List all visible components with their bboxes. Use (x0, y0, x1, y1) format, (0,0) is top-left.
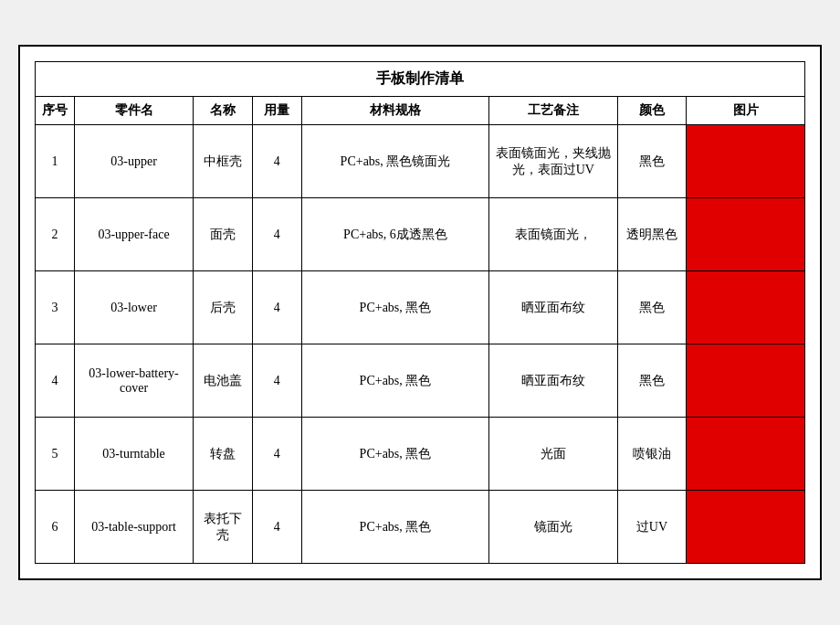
cell-name: 转盘 (193, 418, 252, 491)
cell-part: 03-turntable (75, 418, 194, 491)
header-color: 颜色 (617, 97, 687, 125)
cell-color: 黑色 (617, 344, 687, 418)
cell-image (687, 344, 805, 418)
cell-spec: PC+abs, 黑色 (301, 344, 488, 418)
header-seq: 序号 (36, 97, 75, 125)
cell-part: 03-lower-battery-cover (75, 344, 194, 418)
cell-qty: 4 (252, 418, 301, 491)
cell-part: 03-lower (75, 271, 194, 344)
cell-color: 透明黑色 (617, 198, 687, 271)
cell-process: 晒亚面布纹 (489, 344, 618, 418)
cell-color: 过UV (617, 491, 687, 564)
table-row: 403-lower-battery-cover电池盖4PC+abs, 黑色晒亚面… (36, 344, 805, 418)
cell-name: 面壳 (193, 198, 252, 271)
header-part: 零件名 (75, 97, 194, 125)
table-title: 手板制作清单 (36, 62, 805, 97)
cell-process: 镜面光 (489, 491, 618, 564)
cell-name: 后壳 (193, 271, 252, 344)
cell-color: 喷银油 (617, 418, 687, 491)
cell-qty: 4 (252, 198, 301, 271)
cell-color: 黑色 (617, 271, 687, 344)
cell-spec: PC+abs, 黑色镜面光 (301, 125, 488, 198)
cell-image (687, 125, 805, 198)
header-qty: 用量 (252, 97, 301, 125)
header-image: 图片 (687, 97, 805, 125)
table-row: 203-upper-face面壳4PC+abs, 6成透黑色表面镜面光，透明黑色 (36, 198, 805, 271)
table-body: 103-upper中框壳4PC+abs, 黑色镜面光表面镜面光，夹线抛光，表面过… (36, 125, 805, 564)
cell-process: 表面镜面光， (489, 198, 618, 271)
cell-spec: PC+abs, 黑色 (301, 491, 488, 564)
cell-qty: 4 (252, 125, 301, 198)
cell-name: 电池盖 (193, 344, 252, 418)
cell-image (687, 491, 805, 564)
page-container: 手板制作清单 序号 零件名 名称 用量 材料规格 工艺备注 颜色 图片 103-… (18, 45, 822, 580)
cell-name: 表托下壳 (193, 491, 252, 564)
header-spec: 材料规格 (301, 97, 488, 125)
header-name: 名称 (193, 97, 252, 125)
main-table: 手板制作清单 序号 零件名 名称 用量 材料规格 工艺备注 颜色 图片 103-… (35, 61, 805, 564)
cell-qty: 4 (252, 344, 301, 418)
table-row: 503-turntable转盘4PC+abs, 黑色光面喷银油 (36, 418, 805, 491)
cell-seq: 5 (36, 418, 75, 491)
cell-color: 黑色 (617, 125, 687, 198)
cell-process: 晒亚面布纹 (489, 271, 618, 344)
cell-image (687, 198, 805, 271)
cell-qty: 4 (252, 491, 301, 564)
cell-part: 03-upper-face (75, 198, 194, 271)
header-process: 工艺备注 (489, 97, 618, 125)
cell-image (687, 271, 805, 344)
cell-part: 03-upper (75, 125, 194, 198)
cell-seq: 3 (36, 271, 75, 344)
cell-qty: 4 (252, 271, 301, 344)
cell-process: 表面镜面光，夹线抛光，表面过UV (489, 125, 618, 198)
cell-process: 光面 (489, 418, 618, 491)
cell-seq: 4 (36, 344, 75, 418)
table-row: 103-upper中框壳4PC+abs, 黑色镜面光表面镜面光，夹线抛光，表面过… (36, 125, 805, 198)
header-row: 序号 零件名 名称 用量 材料规格 工艺备注 颜色 图片 (36, 97, 805, 125)
cell-seq: 2 (36, 198, 75, 271)
cell-spec: PC+abs, 黑色 (301, 271, 488, 344)
cell-part: 03-table-support (75, 491, 194, 564)
cell-spec: PC+abs, 黑色 (301, 418, 488, 491)
cell-seq: 6 (36, 491, 75, 564)
cell-image (687, 418, 805, 491)
cell-spec: PC+abs, 6成透黑色 (301, 198, 488, 271)
cell-seq: 1 (36, 125, 75, 198)
cell-name: 中框壳 (193, 125, 252, 198)
table-row: 603-table-support表托下壳4PC+abs, 黑色镜面光过UV (36, 491, 805, 564)
table-row: 303-lower后壳4PC+abs, 黑色晒亚面布纹黑色 (36, 271, 805, 344)
title-row: 手板制作清单 (36, 62, 805, 97)
